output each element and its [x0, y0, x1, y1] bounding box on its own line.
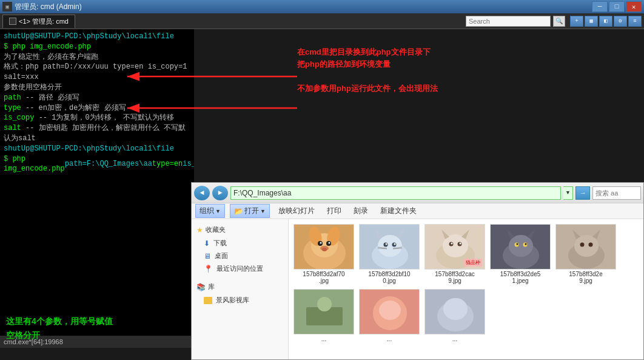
cmd-window: shutUp@SHUTUP-PC D:\phpStudy\local1\file…	[0, 29, 194, 348]
organize-arrow: ▼	[215, 208, 221, 214]
annotation-mid-right: 不加参数用php运行此文件，会出现用法	[297, 83, 438, 95]
open-icon: 📂	[234, 207, 243, 216]
file-item-3[interactable]: 猫品种 157b8ff3d2cac9.jpg	[424, 224, 485, 284]
menu-print[interactable]: 打印	[323, 205, 345, 217]
search-button[interactable]: 🔍	[553, 16, 565, 27]
file-item-1[interactable]: 157b8ff3d2af70.jpg	[293, 224, 354, 284]
title-bar-icon: ▣	[2, 2, 12, 12]
forward-button[interactable]: ►	[212, 186, 228, 200]
close-button[interactable]: ✕	[626, 1, 642, 12]
file-item-8[interactable]: ...	[424, 289, 485, 342]
cmd-status-bar: cmd.exe*[64]:19968	[0, 336, 194, 348]
menu-organize[interactable]: 组织 ▼	[195, 204, 225, 218]
grid-view-button[interactable]: ▦	[585, 16, 598, 27]
print-label: 打印	[327, 206, 341, 216]
downloads-icon: ⬇	[204, 239, 210, 248]
sidebar-item-desktop[interactable]: 🖥 桌面	[192, 250, 288, 262]
svg-point-11	[320, 242, 322, 244]
file-thumb-8	[424, 289, 485, 335]
cmd-text-5: 参数使用空格分开	[4, 83, 62, 92]
folder-icon	[204, 297, 212, 304]
svg-point-45	[525, 243, 527, 245]
burn-label: 刻录	[354, 206, 368, 216]
file-item-6[interactable]: ...	[293, 289, 354, 342]
tab-label: <1> 管理员: cmd	[19, 17, 69, 26]
file-name-2: 157b8ff3d2bf100.jpg	[368, 271, 410, 284]
split-view-button[interactable]: ◧	[599, 16, 612, 27]
back-button[interactable]: ◄	[194, 186, 210, 200]
address-dropdown[interactable]: ▼	[563, 186, 573, 200]
cmd-note-8: 不写默认为转移	[123, 114, 174, 122]
recent-icon: 📍	[204, 265, 213, 273]
row2-3-svg	[425, 289, 485, 335]
cmd-prompt-1: shutUp@SHUTUP-PC	[4, 32, 73, 42]
add-tab-button[interactable]: +	[570, 16, 583, 27]
title-bar-text: 管理员: cmd (Admin)	[15, 2, 592, 12]
open-label: 打开	[244, 206, 259, 216]
go-button[interactable]: →	[575, 186, 590, 200]
cmd-text-3: 为了稳定性，必须在客户端跑	[4, 53, 98, 61]
svg-point-58	[379, 301, 401, 320]
search-input[interactable]	[466, 16, 551, 27]
address-text: F:\QQ_Images\aa	[233, 189, 291, 197]
menu-slideshow[interactable]: 放映幻灯片	[275, 205, 318, 217]
file-item-2[interactable]: 157b8ff3d2bf100.jpg	[359, 224, 420, 284]
file-item-5[interactable]: 157b8ff3d2e9.jpg	[555, 224, 616, 284]
file-name-7: ...	[387, 336, 392, 342]
sidebar-item-scenery[interactable]: 景风影视库	[192, 294, 288, 307]
sidebar-item-downloads[interactable]: ⬇ 下载	[192, 237, 288, 250]
svg-point-17	[378, 235, 402, 257]
explorer-menubar: 组织 ▼ 📂 打开 ▼ 放映幻灯片 打印 刻录 新建文件夹	[192, 203, 643, 219]
cmd-text-4: 格式：php path=D:/xxx/uuu type=en is_copy=1…	[4, 63, 187, 81]
file-item-7[interactable]: ...	[359, 289, 420, 342]
address-bar[interactable]: F:\QQ_Images\aa	[230, 186, 561, 200]
cmd-line-5: 参数使用空格分开	[4, 83, 190, 93]
annotation-line-3: 不加参数用php运行此文件，会出现用法	[297, 83, 438, 95]
sidebar-item-recent[interactable]: 📍 最近访问的位置	[192, 262, 288, 275]
cmd-val-8: -- 1为复制，0为转移，	[39, 114, 119, 122]
cmd-line-6: path -- 路径 必须写	[4, 93, 190, 103]
file-thumb-5	[555, 224, 616, 270]
library-header: 📚 库	[192, 280, 288, 294]
tab-cmd[interactable]: <1> 管理员: cmd	[2, 15, 75, 28]
maximize-button[interactable]: □	[609, 1, 625, 12]
file-thumb-3: 猫品种	[424, 224, 485, 270]
explorer-search-input[interactable]	[592, 186, 641, 200]
organize-label: 组织	[200, 206, 214, 216]
svg-point-23	[394, 243, 396, 245]
newfolder-label: 新建文件夹	[380, 206, 417, 216]
menu-open[interactable]: 📂 打开 ▼	[230, 204, 270, 218]
library-icon: 📚	[196, 283, 206, 291]
cmd-line-3: 为了稳定性，必须在客户端跑	[4, 52, 190, 63]
menu-button[interactable]: ≡	[628, 16, 642, 27]
file-name-6: ...	[321, 336, 326, 342]
cmd-line-7: type -- en加密，de为解密 必须写	[4, 103, 190, 114]
settings-button[interactable]: ⚙	[614, 16, 627, 27]
file-thumb-7	[359, 289, 420, 335]
cmd-val-7: -- en加密，de为解密 必须写	[25, 104, 126, 112]
minimize-button[interactable]: ─	[592, 1, 608, 12]
downloads-label: 下载	[213, 239, 227, 248]
file-name-1: 157b8ff3d2af70.jpg	[303, 271, 344, 284]
desktop-icon: 🖥	[204, 252, 211, 260]
cmd-line-10: shutUp@SHUTUP-PC D:\phpStudy\local1\file	[4, 144, 190, 154]
svg-point-55	[317, 297, 332, 311]
cmd-label-8: is_copy	[4, 114, 34, 122]
menu-newfolder[interactable]: 新建文件夹	[377, 205, 420, 217]
cmd-param-path: path=F:\QQ_Images\aa	[65, 159, 152, 169]
file-name-3: 157b8ff3d2cac9.jpg	[435, 271, 474, 284]
svg-point-51	[580, 243, 585, 247]
explorer-toolbar: ◄ ► F:\QQ_Images\aa ▼ →	[192, 183, 643, 203]
cat3-thumbnail-svg	[491, 224, 550, 270]
tab-icon	[9, 18, 16, 25]
open-arrow: ▼	[260, 208, 266, 214]
cmd-status-text: cmd.exe*[64]:19968	[4, 338, 63, 345]
svg-point-48	[574, 235, 599, 257]
cmd-param-type: type=en	[152, 159, 183, 169]
file-item-4[interactable]: 157b8ff3d2de51.jpeg	[490, 224, 551, 284]
annotation-top-right: 在cmd里把目录换到此php文件目录下 把php的路径加到环境变量	[297, 46, 431, 70]
toolbar-buttons: + ▦ ◧ ⚙ ≡	[570, 16, 642, 27]
svg-point-22	[386, 243, 387, 245]
menu-burn[interactable]: 刻录	[350, 205, 372, 217]
row2-1-svg	[294, 289, 354, 335]
